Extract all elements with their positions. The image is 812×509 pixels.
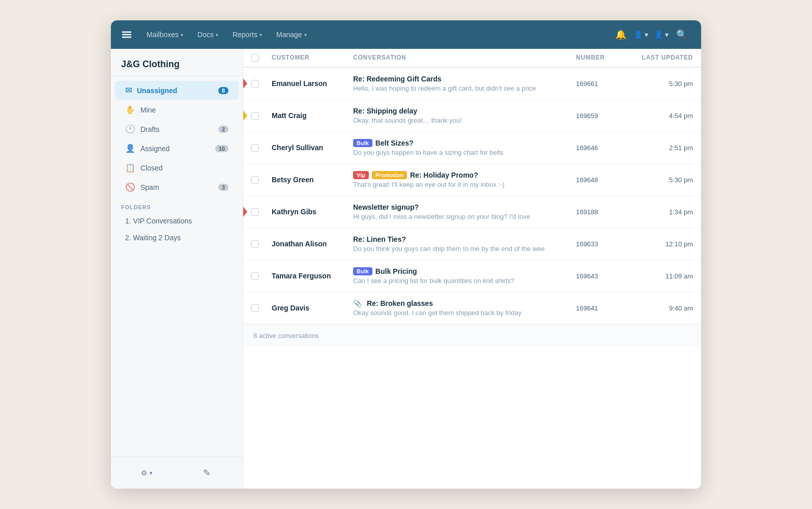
folder-item-waiting[interactable]: 2. Waiting 2 Days	[115, 230, 239, 246]
customer-name: Greg Davis	[272, 304, 353, 312]
table-row[interactable]: Kathryn GibsNewsletter signup?Hi guys, d…	[243, 196, 701, 228]
customer-name: Matt Craig	[272, 111, 353, 120]
sidebar-item-drafts[interactable]: 🕐Drafts2	[115, 120, 239, 138]
chevron-down-icon: ▾	[304, 32, 307, 38]
chevron-down-icon: ▾	[181, 32, 183, 38]
row-checkbox[interactable]	[251, 208, 259, 216]
closed-icon: 📋	[125, 163, 135, 173]
folder-item-vip[interactable]: 1. VIP Conversations	[115, 213, 239, 229]
conv-subject: Newsletter signup?	[353, 203, 419, 211]
conv-number: 169648	[576, 176, 627, 184]
conv-subject-line: BulkBelt Sizes?Do you guys happen to hav…	[353, 139, 576, 156]
row-checkbox[interactable]	[251, 240, 259, 248]
conv-number: 169643	[576, 272, 627, 280]
sidebar-title: J&G Clothing	[111, 49, 243, 76]
table-row[interactable]: Betsy GreenVipPromotionRe: Holiday Promo…	[243, 164, 701, 196]
row-checkbox[interactable]	[251, 272, 259, 280]
chevron-down-icon: ▾	[216, 32, 218, 38]
sidebar-item-spam[interactable]: 🚫Spam3	[115, 178, 239, 196]
conv-preview: Hello, I was hoping to redeem a gift car…	[353, 84, 576, 92]
conv-subject: Re: Broken glasses	[367, 299, 433, 307]
notifications-button[interactable]: 🔔	[612, 25, 630, 44]
conv-preview: That's great! I'll keep an eye out for i…	[353, 181, 576, 188]
compose-button[interactable]: ✎	[179, 463, 235, 483]
row-checkbox[interactable]	[251, 304, 259, 312]
spam-icon: 🚫	[125, 182, 135, 192]
attachment-icon: 📎	[353, 299, 362, 307]
sidebar-footer: ⚙ ▾ ✎	[111, 457, 243, 489]
conv-subject: Re: Holiday Promo?	[410, 171, 478, 179]
conv-preview: Do you think you guys can ship them to m…	[353, 245, 576, 252]
nav-mailboxes[interactable]: Mailboxes ▾	[140, 27, 189, 42]
tag-promotion: Promotion	[372, 171, 407, 179]
conv-subject-line: Re: Shipping delayOkay, that sounds grea…	[353, 107, 576, 124]
conv-preview: Okay, that sounds great… thank you!	[353, 117, 576, 124]
sidebar-item-label-closed: Closed	[140, 164, 163, 172]
sidebar-item-label-drafts: Drafts	[140, 125, 159, 133]
customer-name: Emanuel Larson	[272, 79, 353, 88]
conv-time: 9:40 am	[627, 304, 693, 312]
select-all-checkbox[interactable]	[251, 54, 259, 62]
last-updated-header: Last Updated	[627, 54, 693, 62]
tag-vip: Vip	[353, 171, 369, 179]
sidebar-nav: ✉Unassigned8✋Mine🕐Drafts2👤Assigned10📋Clo…	[111, 76, 243, 457]
conv-subject-line: 📎Re: Broken glassesOkay sounds good. I c…	[353, 299, 576, 317]
settings-button[interactable]: ⚙ ▾	[119, 465, 175, 481]
table-row[interactable]: Greg Davis📎Re: Broken glassesOkay sounds…	[243, 292, 701, 324]
badge-spam: 3	[218, 184, 228, 191]
sidebar-item-unassigned[interactable]: ✉Unassigned8	[115, 81, 239, 100]
tag-bulk: Bulk	[353, 139, 372, 147]
nav-reports[interactable]: Reports ▾	[226, 27, 268, 42]
nav-manage[interactable]: Manage ▾	[270, 27, 313, 42]
sidebar-item-label-mine: Mine	[140, 106, 156, 114]
conv-number: 169646	[576, 144, 627, 152]
compose-icon: ✎	[203, 467, 211, 478]
table-row[interactable]: Tamara FergusonBulkBulk PricingCan I see…	[243, 260, 701, 292]
agent-profile-button[interactable]: 👤 ▾	[632, 25, 650, 44]
conv-subject-line: VipPromotionRe: Holiday Promo?That's gre…	[353, 171, 576, 188]
conv-subject: Belt Sizes?	[375, 139, 414, 147]
conv-subject: Re: Redeeming Gift Cards	[353, 75, 441, 83]
gear-icon: ⚙	[141, 469, 148, 477]
customer-name: Betsy Green	[272, 176, 353, 184]
number-header: Number	[576, 54, 627, 62]
conv-time: 5:30 pm	[627, 176, 693, 184]
conversation-list: Customer Conversation Number Last Update…	[243, 49, 701, 489]
badge-unassigned: 8	[218, 87, 228, 94]
app-logo	[121, 29, 132, 40]
row-checkbox[interactable]	[251, 112, 259, 120]
sidebar-item-mine[interactable]: ✋Mine	[115, 100, 239, 119]
customer-name: Kathryn Gibs	[272, 208, 353, 216]
table-row[interactable]: Emanuel LarsonRe: Redeeming Gift CardsHe…	[243, 68, 701, 100]
conv-subject: Re: Shipping delay	[353, 107, 417, 115]
conv-rows-container: Emanuel LarsonRe: Redeeming Gift CardsHe…	[243, 68, 701, 324]
sidebar-item-closed[interactable]: 📋Closed	[115, 158, 239, 177]
chevron-down-icon: ▾	[259, 32, 262, 38]
row-checkbox[interactable]	[251, 80, 259, 88]
mine-icon: ✋	[125, 105, 135, 115]
main-layout: J&G Clothing ✉Unassigned8✋Mine🕐Drafts2👤A…	[111, 49, 701, 489]
conv-subject-line: BulkBulk PricingCan I see a pricing list…	[353, 267, 576, 285]
nav-docs[interactable]: Docs ▾	[191, 27, 224, 42]
assigned-icon: 👤	[125, 144, 135, 153]
active-conversations-count: 8 active conversations	[253, 332, 319, 340]
conv-time: 11:09 am	[627, 272, 693, 280]
sidebar: J&G Clothing ✉Unassigned8✋Mine🕐Drafts2👤A…	[111, 49, 243, 489]
badge-drafts: 2	[218, 126, 228, 133]
table-row[interactable]: Matt CraigRe: Shipping delayOkay, that s…	[243, 100, 701, 132]
conv-preview: Okay sounds good. I can get them shipped…	[353, 309, 576, 317]
table-row[interactable]: Cheryl SullivanBulkBelt Sizes?Do you guy…	[243, 132, 701, 164]
conv-footer: 8 active conversations	[243, 324, 701, 347]
contact-button[interactable]: 👤 ▾	[652, 25, 671, 44]
badge-assigned: 10	[215, 145, 228, 152]
sidebar-item-assigned[interactable]: 👤Assigned10	[115, 139, 239, 158]
conv-time: 4:54 pm	[627, 112, 693, 120]
row-checkbox[interactable]	[251, 144, 259, 152]
row-checkbox[interactable]	[251, 176, 259, 184]
conv-number: 169659	[576, 112, 627, 120]
unassigned-icon: ✉	[125, 86, 132, 95]
drafts-icon: 🕐	[125, 124, 135, 134]
table-row[interactable]: Jonathan AlisonRe: Linen Ties?Do you thi…	[243, 228, 701, 260]
conv-subject: Re: Linen Ties?	[353, 235, 406, 243]
search-button[interactable]: 🔍	[673, 25, 691, 44]
